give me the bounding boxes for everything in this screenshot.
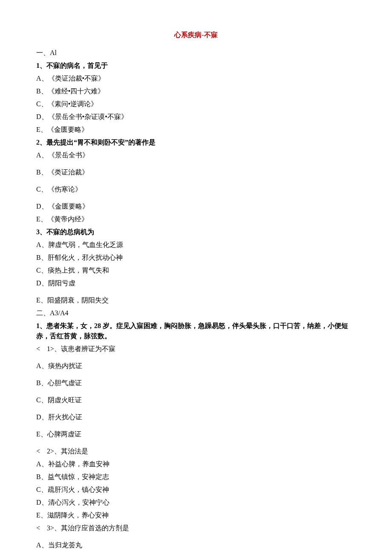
case1-sub2-c: C、疏肝泻火，镇心安神 <box>36 485 356 495</box>
case1-sub3-label: < 3>、其治疗应首选的方剂是 <box>36 523 356 533</box>
section-label-a3a4: 二、A3/A4 <box>36 308 356 318</box>
q2-option-a: A、《景岳全书》 <box>36 150 356 160</box>
case1-sub1-b: B、心胆气虚证 <box>36 378 356 388</box>
case1-sub1-e: E、心脾两虚证 <box>36 429 356 439</box>
q3-option-c: C、痰热上扰，胃气失和 <box>36 265 356 276</box>
q3-option-e: E、阳盛阴衰，阴阳失交 <box>36 295 356 305</box>
q3-option-a: A、脾虚气弱，气血生化乏源 <box>36 240 356 250</box>
q2-option-d: D、《金匮要略》 <box>36 201 356 212</box>
q1-option-a: A、《类证治裁•不寐》 <box>36 73 356 84</box>
q2-option-c: C、《伤寒论》 <box>36 184 356 195</box>
q1-option-d: D、《景岳全书•杂证谟•不寐》 <box>36 112 356 122</box>
q3-option-b: B、肝郁化火，邪火扰动心神 <box>36 253 356 263</box>
q3-option-d: D、阴阳亏虚 <box>36 278 356 288</box>
page-title: 心系疾病-不寐 <box>36 30 356 40</box>
case1-stem: 1、患者朱某，女，28 岁。症见入寐困难，胸闷胁胀，急躁易怒，伴头晕头胀，口干口… <box>36 321 356 341</box>
case1-sub1-label: < 1>、该患者辨证为不寐 <box>36 344 356 354</box>
case1-sub2-label: < 2>、其治法是 <box>36 446 356 456</box>
q2-option-e: E、《黄帝内经》 <box>36 214 356 224</box>
q3-stem: 3、不寐的总病机为 <box>36 227 356 237</box>
document-page: 心系疾病-不寐 一、Al 1、不寐的病名，首见于 A、《类证治裁•不寐》 B、《… <box>0 0 392 555</box>
q1-option-e: E、《金匮要略》 <box>36 125 356 135</box>
q1-option-b: B、《难经•四十六难》 <box>36 86 356 96</box>
q2-option-b: B、《类证治裁》 <box>36 167 356 177</box>
case1-sub2-a: A、补益心脾，养血安神 <box>36 459 356 469</box>
case1-sub2-e: E、滋阴降火，养心安神 <box>36 510 356 520</box>
q1-stem: 1、不寐的病名，首见于 <box>36 61 356 71</box>
q1-option-c: C、《素问•逆调论》 <box>36 99 356 109</box>
case1-sub2-d: D、清心泻火，安神宁心 <box>36 497 356 508</box>
case1-sub1-a: A、痰热内扰证 <box>36 361 356 371</box>
case1-sub1-d: D、肝火扰心证 <box>36 412 356 422</box>
q2-stem: 2、最先提出“胃不和则卧不安”的著作是 <box>36 137 356 148</box>
case1-sub1-c: C、阴虚火旺证 <box>36 395 356 405</box>
section-label-a1: 一、Al <box>36 48 356 58</box>
case1-sub2-b: B、益气镇惊，安神定志 <box>36 472 356 482</box>
case1-sub3-a: A、当归龙荟丸 <box>36 540 356 550</box>
